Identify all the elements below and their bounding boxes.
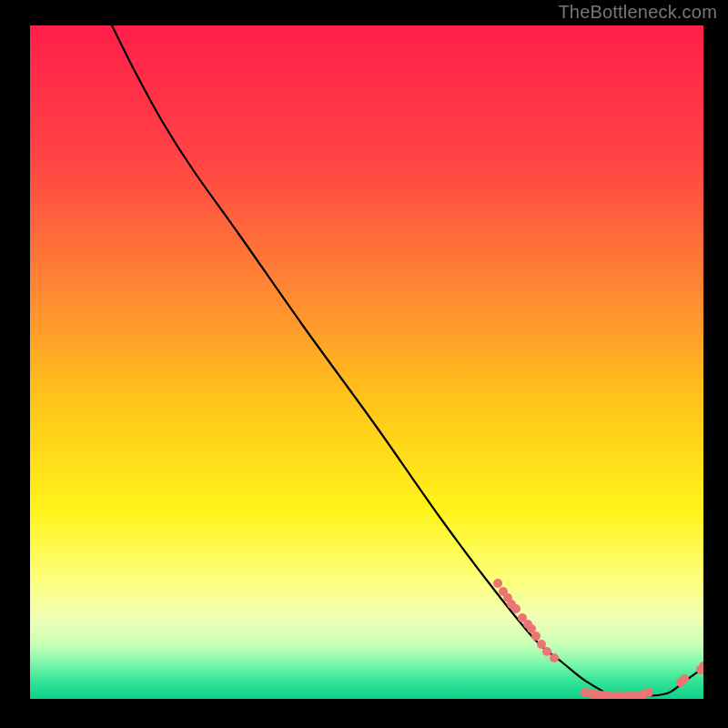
chart-marker — [550, 653, 559, 662]
chart-marker — [542, 647, 551, 656]
chart-marker — [680, 674, 689, 683]
chart-marker — [493, 579, 502, 588]
chart-line — [112, 25, 703, 697]
chart-frame: TheBottleneck.com — [0, 0, 728, 728]
chart-marker — [537, 640, 546, 649]
chart-marker — [531, 632, 541, 641]
chart-marker — [644, 688, 653, 697]
plot-area — [30, 25, 703, 699]
chart-marker — [511, 604, 521, 613]
watermark-text: TheBottleneck.com — [558, 2, 717, 23]
chart-markers — [493, 579, 703, 699]
chart-svg — [30, 25, 703, 699]
